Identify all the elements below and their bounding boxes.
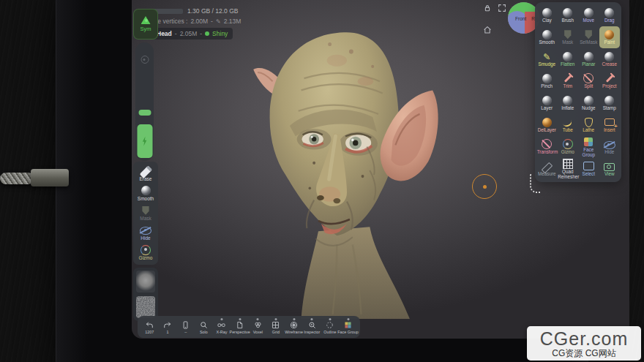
tool-grid: Clay Brush Move <box>536 4 620 180</box>
knife-icon <box>564 75 572 82</box>
flatten-tool[interactable]: Flatten <box>558 48 579 70</box>
redo-button[interactable]: 1 <box>159 320 176 334</box>
drag-tool[interactable]: Drag <box>599 4 621 26</box>
ball-icon <box>604 96 614 105</box>
hide-tool[interactable]: Hide <box>599 136 621 158</box>
gizmo-icon <box>141 245 151 255</box>
project-tool[interactable]: Project <box>599 70 621 92</box>
inflate-tool[interactable]: Inflate <box>558 92 579 114</box>
paint-tool[interactable]: Paint <box>599 26 621 48</box>
stamp-tool[interactable]: Stamp <box>599 92 621 114</box>
tube-tool[interactable]: Tube <box>558 114 579 136</box>
gizmo-tool[interactable]: Gizmo <box>558 136 579 158</box>
mask-tool[interactable]: Mask <box>558 26 579 48</box>
voxel-button[interactable]: Voxel <box>249 320 266 334</box>
shield-icon <box>585 30 593 39</box>
select-tool[interactable]: Select <box>578 158 599 180</box>
xray-button[interactable]: X-Ray <box>213 320 231 334</box>
lathe-icon <box>585 118 593 127</box>
grid-button[interactable]: Grid <box>267 320 285 334</box>
pencil-icon: ✎ <box>216 18 221 26</box>
ball-orange-icon <box>604 30 614 39</box>
knife-icon <box>606 75 613 82</box>
move-tool[interactable]: Move <box>578 4 599 26</box>
pinch-tool[interactable]: Pinch <box>536 70 558 92</box>
slider-pill[interactable] <box>138 110 151 116</box>
selmask-tool[interactable]: SelMask <box>578 26 599 48</box>
crease-tool[interactable]: Crease <box>599 48 621 70</box>
ball-icon <box>563 52 572 61</box>
clay-tool[interactable]: Clay <box>536 4 558 26</box>
lightning-icon <box>141 137 148 146</box>
facegroup-tool[interactable]: Face Group <box>578 136 599 158</box>
ball-icon <box>542 30 552 39</box>
bottom-toolbar: 1207 1 – <box>138 316 360 338</box>
front-label: Front <box>515 16 526 21</box>
erase-tool[interactable]: Erase <box>133 164 158 184</box>
wireframe-button[interactable]: Wireframe <box>285 320 303 334</box>
insert-tool[interactable]: Insert <box>599 114 621 136</box>
watermark-title: CGer.com <box>540 329 629 348</box>
view-tool[interactable]: View <box>599 158 621 180</box>
object-material: Shiny <box>212 30 228 37</box>
layer-tool[interactable]: Layer <box>536 92 558 114</box>
home-icon[interactable] <box>482 25 494 37</box>
left-tool-panel: Erase Smooth Mask Hide <box>133 162 158 265</box>
tablet-device: 1.30 GB / 12.0 GB Scene vertices : 2.00M… <box>56 0 588 362</box>
undo-button[interactable]: 1207 <box>141 320 158 334</box>
planar-tool[interactable]: Planar <box>578 48 599 70</box>
quad-icon <box>584 137 593 146</box>
panel-drag-handle[interactable] <box>530 174 541 193</box>
ball-icon <box>563 8 572 18</box>
gizmo-tool[interactable]: Gizmo <box>133 243 158 263</box>
slider-knob-icon[interactable] <box>141 56 149 64</box>
axis-front-face[interactable] <box>508 11 526 34</box>
ball-icon <box>542 8 552 18</box>
expand-icon[interactable] <box>497 3 509 15</box>
ball-icon <box>584 96 594 105</box>
shield-icon <box>142 206 150 215</box>
perspective-button[interactable]: Perspective <box>231 320 249 334</box>
trim-tool[interactable]: Trim <box>558 70 579 92</box>
watermark: CGer.com CG资源 CG网站 <box>527 326 641 361</box>
dellayer-tool[interactable]: DelLayer <box>536 114 558 136</box>
select-icon <box>583 162 594 170</box>
symmetry-button[interactable]: Sym <box>133 9 158 39</box>
smudge-tool[interactable]: Smudge <box>536 48 558 70</box>
lock-icon[interactable] <box>482 3 494 15</box>
object-name: Head <box>157 30 172 37</box>
brush-cursor <box>472 174 497 199</box>
ball-orange-icon <box>542 118 552 127</box>
ball-icon <box>584 52 594 61</box>
smooth-tool[interactable]: Smooth <box>133 184 158 203</box>
inspector-button[interactable]: Inspector <box>303 320 321 334</box>
facegroup-button[interactable]: Face Group <box>340 320 357 334</box>
alpha-thumbnail-noise[interactable] <box>136 296 155 318</box>
ball-icon <box>542 74 552 83</box>
hide-tool[interactable]: Hide <box>133 223 158 243</box>
lathe-tool[interactable]: Lathe <box>578 114 599 136</box>
shield-icon <box>564 30 572 39</box>
alpha-thumbnail-blob[interactable] <box>136 271 155 293</box>
goblin-head-sculpt[interactable] <box>230 22 465 319</box>
intensity-slider[interactable] <box>137 124 152 158</box>
grid9-icon <box>563 159 573 169</box>
camera-icon <box>604 163 615 171</box>
mask-tool[interactable]: Mask <box>133 203 158 223</box>
insert-icon <box>604 118 615 126</box>
split-tool[interactable]: Split <box>578 70 599 92</box>
scene-vertices-value: 2.00M <box>190 18 208 26</box>
solo-button[interactable]: Solo <box>195 320 212 334</box>
usb-cable <box>0 173 34 184</box>
brush-tool[interactable]: Brush <box>558 4 579 26</box>
device-button[interactable]: – <box>177 320 195 334</box>
nudge-tool[interactable]: Nudge <box>578 92 599 114</box>
outline-button[interactable]: Outline <box>321 320 339 334</box>
quad-remesher-tool[interactable]: Quad Remesher <box>558 158 579 180</box>
hide-eye-icon <box>140 227 151 235</box>
hide-eye-icon <box>604 141 615 149</box>
transform-tool[interactable]: Transform <box>536 136 558 158</box>
smooth-tool[interactable]: Smooth <box>536 26 558 48</box>
desk-photo: 1.30 GB / 12.0 GB Scene vertices : 2.00M… <box>0 0 644 362</box>
brush-slider[interactable] <box>135 42 154 161</box>
